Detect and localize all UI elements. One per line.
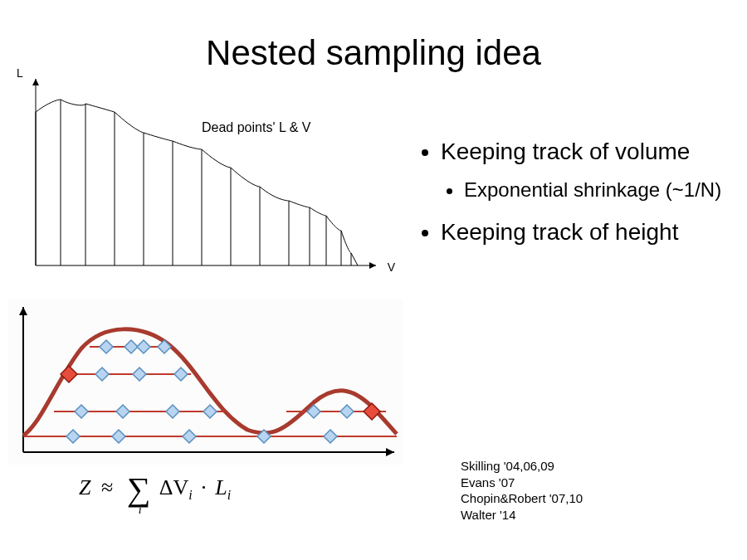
bullet-item: Keeping track of volume Exponential shri…	[441, 137, 726, 202]
formula-lhs: Z	[79, 475, 90, 499]
svg-marker-39	[133, 368, 146, 381]
formula-L: Li	[215, 475, 231, 499]
formula-dv: ΔVi	[159, 475, 193, 499]
svg-marker-32	[75, 405, 88, 418]
svg-marker-19	[386, 448, 394, 456]
svg-marker-27	[66, 430, 80, 443]
ref-line: Skilling '04,06,09	[461, 458, 583, 475]
svg-marker-42	[124, 340, 138, 353]
svg-marker-29	[183, 430, 196, 443]
bullet-list: Keeping track of volume Exponential shri…	[419, 137, 726, 261]
svg-marker-35	[203, 405, 217, 418]
top-plot: L V Dead points' L & V	[23, 66, 380, 274]
svg-marker-46	[364, 403, 380, 420]
bottom-plot-svg	[8, 299, 403, 465]
svg-marker-33	[116, 405, 129, 418]
bullet-item: Keeping track of height	[441, 217, 726, 246]
formula: Z ≈ ∑i ΔVi · Li	[79, 473, 231, 506]
svg-marker-34	[166, 405, 179, 418]
ref-line: Walter '14	[461, 507, 583, 523]
references: Skilling '04,06,09 Evans '07 Chopin&Robe…	[461, 458, 583, 523]
x-axis-label: V	[388, 261, 395, 274]
svg-marker-3	[32, 79, 39, 85]
y-axis-label: L	[17, 66, 23, 80]
ref-line: Chopin&Robert '07,10	[461, 490, 583, 507]
plot-annotation: Dead points' L & V	[202, 120, 310, 135]
svg-marker-28	[112, 430, 125, 443]
top-plot-svg	[23, 66, 380, 274]
svg-marker-43	[137, 340, 150, 353]
bottom-plot	[8, 299, 403, 465]
svg-marker-38	[95, 368, 109, 381]
svg-marker-21	[19, 307, 27, 315]
ref-line: Evans '07	[461, 475, 583, 491]
svg-marker-40	[174, 368, 188, 381]
formula-approx: ≈	[101, 475, 113, 499]
svg-marker-37	[340, 405, 354, 418]
formula-dot: ·	[201, 475, 207, 499]
sum-icon: ∑i	[127, 473, 151, 506]
svg-marker-41	[100, 340, 113, 353]
bullet-subitem: Exponential shrinkage (~1/N)	[464, 178, 726, 202]
svg-marker-1	[369, 262, 376, 269]
svg-marker-31	[324, 430, 337, 443]
